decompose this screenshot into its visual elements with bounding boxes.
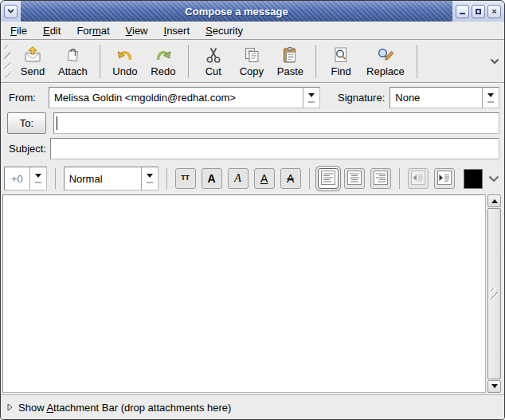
italic-button[interactable]: A <box>228 168 249 189</box>
font-size-value: +0 <box>5 167 29 190</box>
window-menu-button[interactable] <box>4 5 18 18</box>
align-left-button[interactable] <box>318 168 339 189</box>
minimize-button[interactable] <box>456 5 469 18</box>
format-separator <box>309 168 310 189</box>
close-button[interactable]: × <box>487 5 501 18</box>
undo-button[interactable]: Undo <box>107 44 143 79</box>
compose-window: Compose a message × File Edit Format Vie… <box>0 0 505 420</box>
subject-row: Subject: <box>4 138 501 159</box>
align-left-icon <box>320 170 336 188</box>
from-dropdown-arrow-icon[interactable] <box>303 88 319 108</box>
to-button[interactable]: To: <box>7 112 46 134</box>
redo-button[interactable]: Redo <box>145 44 182 79</box>
align-right-icon <box>373 170 389 188</box>
toolbar-separator <box>315 45 316 78</box>
title-bar[interactable]: Compose a message × <box>1 1 504 22</box>
style-dropdown-arrow-icon[interactable] <box>141 167 158 190</box>
signature-label: Signature: <box>333 92 385 104</box>
redo-label: Redo <box>151 65 175 77</box>
window-menu-area <box>1 1 21 22</box>
paste-label: Paste <box>277 65 303 77</box>
send-button[interactable]: Send <box>14 44 51 79</box>
text-color-swatch[interactable] <box>464 169 483 189</box>
scrollbar-thumb[interactable] <box>487 208 501 379</box>
to-button-label: To: <box>20 117 33 129</box>
format-separator <box>55 168 56 189</box>
align-center-icon <box>346 170 362 188</box>
format-separator <box>399 168 400 189</box>
close-icon: × <box>491 7 496 16</box>
unindent-button <box>408 168 429 189</box>
send-label: Send <box>21 65 45 77</box>
unindent-icon <box>410 170 426 188</box>
paste-button[interactable]: Paste <box>272 44 309 79</box>
align-center-button[interactable] <box>344 168 365 189</box>
window-controls: × <box>452 1 504 22</box>
scroll-down-button[interactable] <box>487 380 501 393</box>
title-bar-drag-area[interactable]: Compose a message <box>21 1 452 22</box>
replace-icon <box>376 45 395 65</box>
cut-button[interactable]: Cut <box>195 44 232 79</box>
paragraph-style-select[interactable]: Normal <box>64 167 159 190</box>
paste-icon <box>280 45 299 65</box>
window-menu-chevron-icon <box>7 9 14 14</box>
message-body-editor[interactable] <box>2 194 486 393</box>
cut-icon <box>204 45 223 65</box>
replace-button[interactable]: Replace <box>361 44 410 79</box>
find-button[interactable]: Find <box>323 44 359 79</box>
find-icon <box>331 45 350 65</box>
replace-label: Replace <box>366 65 405 77</box>
message-headers: From: Melissa Goldin <mgoldin@redhat.com… <box>1 83 504 163</box>
copy-label: Copy <box>240 65 264 77</box>
menu-edit[interactable]: Edit <box>37 23 67 38</box>
send-icon <box>23 45 42 65</box>
underline-button[interactable]: A <box>254 168 275 189</box>
toolbar-separator <box>100 45 100 78</box>
undo-label: Undo <box>112 65 137 77</box>
attach-label: Attach <box>58 65 88 77</box>
attach-icon <box>63 45 82 65</box>
signature-select[interactable]: None <box>390 87 499 108</box>
typewriter-button[interactable]: TT <box>175 168 196 189</box>
bold-button[interactable]: A <box>202 168 222 189</box>
find-label: Find <box>331 65 350 77</box>
subject-label: Subject: <box>4 143 50 155</box>
align-right-button[interactable] <box>370 168 391 189</box>
expander-triangle-icon <box>7 402 13 414</box>
to-input[interactable] <box>54 113 499 133</box>
copy-icon <box>242 45 261 65</box>
from-label: From: <box>4 92 49 104</box>
arrow-down-icon <box>491 384 498 391</box>
format-overflow-button[interactable] <box>488 175 501 183</box>
menu-file[interactable]: File <box>4 23 33 38</box>
menu-view[interactable]: View <box>119 23 155 38</box>
scroll-up-button[interactable] <box>487 194 501 207</box>
arrow-up-icon <box>491 196 498 203</box>
menu-security[interactable]: Security <box>199 23 249 38</box>
copy-button[interactable]: Copy <box>233 44 270 79</box>
maximize-icon <box>476 9 481 14</box>
from-row: From: Melissa Goldin <mgoldin@redhat.com… <box>4 87 501 108</box>
chevron-down-icon <box>490 58 499 65</box>
menu-format[interactable]: Format <box>70 23 115 38</box>
undo-icon <box>115 45 135 65</box>
menu-insert[interactable]: Insert <box>158 23 197 38</box>
main-toolbar: Send Attach Undo <box>1 40 504 83</box>
font-size-select[interactable]: +0 <box>4 167 47 190</box>
strikethrough-button[interactable]: A <box>280 168 301 189</box>
attach-button[interactable]: Attach <box>53 44 93 79</box>
subject-input[interactable] <box>51 139 499 159</box>
attachment-bar-label: Show Attachment Bar (drop attachments he… <box>18 402 231 414</box>
font-size-dropdown-arrow-icon[interactable] <box>29 167 46 190</box>
format-separator <box>166 168 167 189</box>
vertical-scrollbar <box>487 194 501 393</box>
signature-dropdown-arrow-icon[interactable] <box>482 88 499 108</box>
redo-icon <box>154 45 173 65</box>
maximize-button[interactable] <box>472 5 485 18</box>
indent-button[interactable] <box>434 168 455 189</box>
attachment-bar-expander[interactable]: Show Attachment Bar (drop attachments he… <box>1 394 504 419</box>
menu-bar: File Edit Format View Insert Security <box>1 22 504 40</box>
toolbar-overflow-button[interactable] <box>488 57 501 66</box>
from-select[interactable]: Melissa Goldin <mgoldin@redhat.com> <box>49 87 320 108</box>
toolbar-grip[interactable] <box>4 45 10 78</box>
